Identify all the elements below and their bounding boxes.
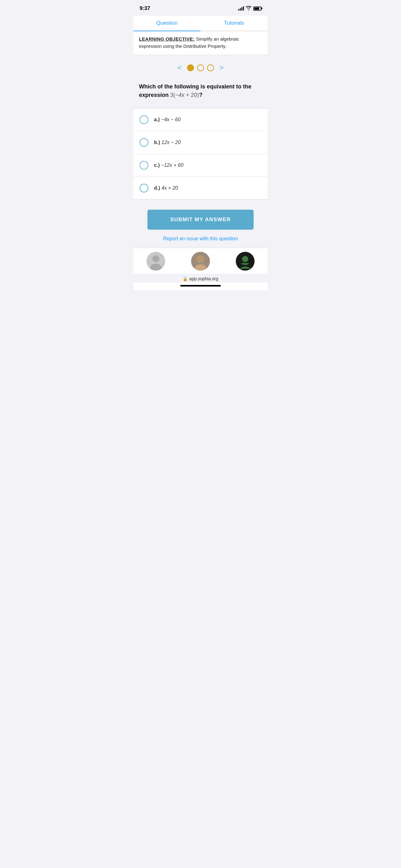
- status-time: 9:37: [140, 5, 150, 11]
- tab-question[interactable]: Question: [133, 16, 201, 31]
- radio-a[interactable]: [140, 115, 148, 124]
- option-c-label: c.) −12x + 60: [154, 162, 183, 168]
- home-bar: [180, 285, 221, 286]
- radio-d[interactable]: [140, 184, 148, 192]
- svg-point-5: [197, 256, 204, 262]
- option-d[interactable]: d.) 4x + 20: [133, 177, 268, 199]
- question-text: Which of the following is equivalent to …: [139, 83, 262, 99]
- dot-3: [207, 64, 214, 71]
- question-expression: 3(: [170, 92, 175, 98]
- avatar-cell-3: [223, 252, 268, 274]
- option-c[interactable]: c.) −12x + 60: [133, 154, 268, 177]
- report-issue-link[interactable]: Report an issue with this question: [163, 236, 238, 242]
- next-page-button[interactable]: >: [220, 64, 224, 72]
- svg-point-7: [242, 256, 248, 262]
- address-url: app.sophia.org: [189, 276, 218, 281]
- svg-point-0: [153, 255, 159, 262]
- option-b-label: b.) 12x − 20: [154, 140, 181, 145]
- learning-objective: LEARNING OBJECTIVE: Simplify an algebrai…: [133, 31, 268, 55]
- option-a[interactable]: a.) −4x − 60: [133, 108, 268, 131]
- dot-1: [187, 64, 194, 71]
- avatars-row: [133, 248, 268, 274]
- avatar-cell-2: [178, 252, 223, 274]
- battery-icon: [253, 6, 261, 11]
- page-dots: [187, 64, 214, 71]
- options-area: a.) −4x − 60 b.) 12x − 20 c.) −12x + 60 …: [133, 108, 268, 199]
- avatar-1: [146, 252, 165, 271]
- option-b[interactable]: b.) 12x − 20: [133, 131, 268, 154]
- address-bar: 🔒 app.sophia.org: [133, 274, 268, 282]
- prev-page-button[interactable]: <: [177, 64, 181, 72]
- tab-tutorials[interactable]: Tutorials: [201, 16, 268, 31]
- avatar-cell-1: [133, 252, 178, 274]
- submit-button[interactable]: SUBMIT MY ANSWER: [147, 210, 254, 230]
- option-d-label: d.) 4x + 20: [154, 185, 178, 191]
- dot-2: [197, 64, 204, 71]
- question-area: Which of the following is equivalent to …: [133, 80, 268, 108]
- submit-area: SUBMIT MY ANSWER Report an issue with th…: [133, 200, 268, 248]
- radio-c[interactable]: [140, 161, 148, 170]
- wifi-icon: [246, 6, 252, 11]
- lock-icon: 🔒: [183, 277, 188, 281]
- status-bar: 9:37: [133, 0, 268, 16]
- avatar-3: [236, 252, 255, 271]
- tab-bar: Question Tutorials: [133, 16, 268, 31]
- svg-point-1: [150, 264, 162, 271]
- avatar-2: [191, 252, 210, 271]
- status-icons: [238, 6, 261, 11]
- home-indicator: [133, 282, 268, 290]
- pagination: < >: [133, 55, 268, 80]
- radio-b[interactable]: [140, 138, 148, 147]
- option-a-label: a.) −4x − 60: [154, 117, 180, 122]
- learning-objective-label: LEARNING OBJECTIVE:: [139, 36, 195, 41]
- signal-bars-icon: [238, 6, 244, 11]
